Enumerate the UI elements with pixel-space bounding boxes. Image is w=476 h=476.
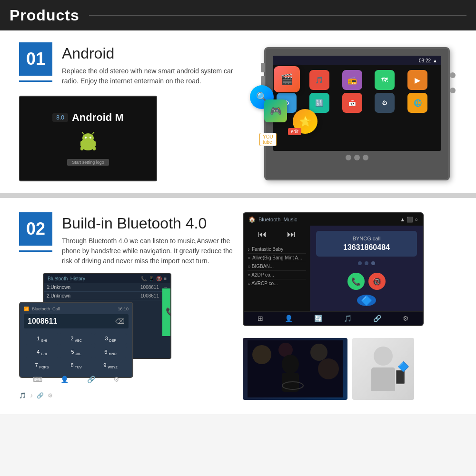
bt-history-row-2: 2:Unknown 1008611 → bbox=[44, 292, 170, 300]
page-title: Products bbox=[10, 7, 79, 24]
bt-answer-buttons: 📞 📵 bbox=[347, 273, 386, 290]
bottom-images-row: 🔷 bbox=[243, 338, 457, 400]
svg-point-3 bbox=[82, 133, 94, 143]
bt-backspace-icon[interactable]: ⌫ bbox=[115, 317, 125, 325]
app-video[interactable]: ▶ bbox=[407, 70, 427, 90]
nav-grid-icon[interactable]: ⊞ bbox=[258, 315, 263, 322]
key-7[interactable]: 7 PQRS bbox=[26, 360, 58, 371]
nav-contact-icon[interactable]: 👤 bbox=[285, 315, 293, 322]
radio-btn-2[interactable] bbox=[354, 155, 360, 160]
key-9[interactable]: 9 WXYZ bbox=[94, 360, 127, 371]
note-icon: ♪ bbox=[248, 247, 250, 252]
person-body bbox=[371, 367, 395, 391]
svg-point-11 bbox=[252, 345, 271, 364]
bt-caller-number: 13631860484 bbox=[326, 243, 407, 252]
bt-track-5: ○ AVRCP co... bbox=[248, 279, 306, 288]
key-2[interactable]: 2 ABC bbox=[60, 333, 92, 345]
key-8[interactable]: 8 TUV bbox=[60, 360, 92, 371]
key-5[interactable]: 5 JKL bbox=[60, 347, 92, 358]
app-localmusic[interactable]: 🎵 bbox=[309, 70, 329, 90]
key-4[interactable]: 4 GHI bbox=[26, 347, 58, 358]
section-android: 01 Android Replace the old stereo with n… bbox=[0, 30, 476, 193]
key-1[interactable]: 1 GHI bbox=[26, 333, 58, 345]
float-label-you: YOUtube bbox=[259, 133, 277, 146]
bt-icon-call: 📱 bbox=[149, 276, 154, 281]
radio-btn-1[interactable] bbox=[346, 155, 351, 160]
app-localradio[interactable]: 📻 bbox=[342, 70, 362, 90]
person-figure: 🔷 bbox=[371, 347, 395, 391]
bt-number-display: 1008611 ⌫ bbox=[24, 314, 129, 328]
app-netnavi[interactable]: 🗺 bbox=[375, 70, 395, 90]
bt-contact-icon[interactable]: 👤 bbox=[60, 376, 69, 383]
section1-description: Replace the old stereo with new smart an… bbox=[62, 66, 233, 86]
car-radio-controls bbox=[273, 155, 441, 160]
app-settings[interactable]: ⚙ bbox=[375, 93, 395, 113]
bt-reject-btn[interactable]: 📵 bbox=[368, 273, 386, 290]
side-btn bbox=[261, 76, 265, 86]
dot-2 bbox=[365, 261, 368, 265]
svg-rect-8 bbox=[80, 147, 83, 150]
nav-settings-icon[interactable]: ⚙ bbox=[403, 315, 409, 322]
section2-title-block: Build-in Bluetooth 4.0 Through Bluetooth… bbox=[62, 212, 233, 266]
section1-right: 08:22 ▲ 🔵 🎵 📻 🗺 ▶ ⚙ 🔢 📅 ⚙ bbox=[243, 42, 457, 181]
bt-call-panel: BYNCG call 13631860484 📞 📵 bbox=[310, 226, 423, 311]
android-start-button[interactable]: Start setting logo bbox=[67, 159, 109, 166]
bt-settings-icon[interactable]: ⚙ bbox=[113, 376, 119, 383]
radio-btn-3[interactable] bbox=[363, 155, 368, 160]
nav-refresh-icon[interactable]: 🔄 bbox=[314, 315, 322, 322]
bt-history-header: Bluetooth_History 📞 📱 📵 ≡ bbox=[44, 274, 170, 283]
nav-link-icon[interactable]: 🔗 bbox=[373, 315, 381, 322]
app-chrome[interactable]: 🌐 bbox=[407, 93, 427, 113]
bt-keyboard-icon[interactable]: ⌨ bbox=[33, 376, 42, 383]
dot-3 bbox=[371, 261, 375, 265]
bt-music-body: ⏮ ⏭ ♪ Fantastic Baby ○ Alive(Big Bang bbox=[244, 226, 423, 311]
bt-answer-btn[interactable]: 📞 bbox=[347, 273, 365, 290]
svg-rect-1 bbox=[80, 141, 83, 147]
section1-left: 01 Android Replace the old stereo with n… bbox=[19, 42, 233, 181]
svg-point-15 bbox=[282, 355, 299, 374]
bt-item-1-number: 1008611 bbox=[140, 285, 159, 290]
bt-history-icons: 📞 📱 📵 ≡ bbox=[141, 276, 167, 281]
bt-icon-phone: 📞 bbox=[141, 276, 147, 281]
bt-prev-btn[interactable]: ⏮ bbox=[258, 229, 267, 239]
bt-symbol: 🔷 bbox=[397, 361, 409, 372]
bt-track-3: ○ BIGBAN... bbox=[248, 262, 306, 271]
svg-point-13 bbox=[310, 344, 327, 361]
section1-number: 01 bbox=[19, 42, 52, 76]
android-screen-content: 8.0 Android M bbox=[52, 111, 123, 166]
note-icon-2: ○ bbox=[248, 255, 250, 260]
bt-music-controls: 🎵 ♪ 🔗 ⚙ bbox=[19, 392, 233, 399]
section2-title: Build-in Bluetooth 4.0 bbox=[62, 215, 233, 232]
bt-screens-container: Bluetooth_History 📞 📱 📵 ≡ 1:Unknown 1008… bbox=[19, 273, 171, 378]
section-divider-1 bbox=[0, 193, 476, 198]
bt-call-button[interactable]: 📞 bbox=[162, 288, 171, 336]
bt-music-title: Bluetooth_Music bbox=[258, 217, 297, 222]
bt-track-2: ○ Alive(Big Bang Mint A... bbox=[248, 254, 306, 262]
section2-underline bbox=[19, 250, 52, 252]
bt-progress-dots bbox=[358, 261, 375, 265]
side-btn bbox=[261, 63, 265, 72]
section2-number: 02 bbox=[19, 212, 52, 246]
svg-line-6 bbox=[82, 132, 84, 134]
bt-next-btn[interactable]: ⏭ bbox=[287, 229, 296, 239]
bt-home-icon[interactable]: 🏠 bbox=[248, 216, 256, 223]
key-6[interactable]: 6 MNO bbox=[94, 347, 127, 358]
bt-status-icons: ▲ ⬛ ○ bbox=[400, 217, 418, 223]
bt-incoming-call: BYNCG call 13631860484 bbox=[316, 231, 417, 257]
key-3[interactable]: 3 DEF bbox=[94, 333, 127, 345]
nav-music-icon[interactable]: 🎵 bbox=[344, 315, 352, 322]
app-calculator[interactable]: 🔢 bbox=[309, 93, 329, 113]
bt-call-status: BYNCG call bbox=[326, 236, 407, 241]
app-calendar[interactable]: 📅 bbox=[342, 93, 362, 113]
bt-link-icon[interactable]: 🔗 bbox=[87, 376, 95, 383]
section2-badge-block: 02 bbox=[19, 212, 52, 252]
bt-item-2-name: 2:Unknown bbox=[47, 293, 137, 298]
bt-music-device: 🏠 Bluetooth_Music ▲ ⬛ ○ ⏮ ⏭ bbox=[243, 212, 424, 326]
bt-history-title: Bluetooth_History bbox=[48, 276, 85, 281]
section-bluetooth: 02 Build-in Bluetooth 4.0 Through Blueto… bbox=[0, 198, 476, 414]
float-icon-red: 🎬 bbox=[274, 66, 300, 92]
bt-call-screen: 📶 Bluetooth_Call 16:10 1008611 ⌫ 1 GHI 2… bbox=[19, 302, 133, 378]
section2-header: 02 Build-in Bluetooth 4.0 Through Blueto… bbox=[19, 212, 233, 266]
bt-track-list: ♪ Fantastic Baby ○ Alive(Big Bang Mint A… bbox=[248, 245, 306, 288]
section1-title: Android bbox=[62, 45, 233, 62]
